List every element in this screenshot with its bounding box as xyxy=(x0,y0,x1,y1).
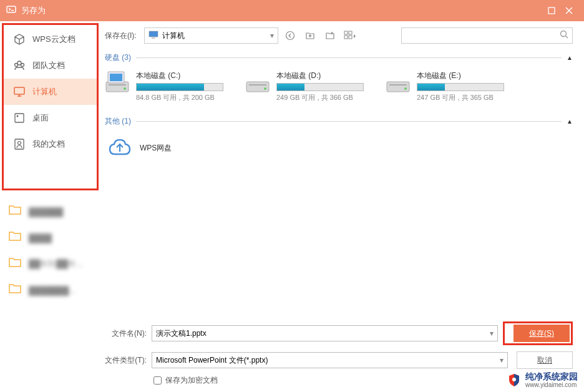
drive-icon xyxy=(105,71,130,94)
bottom-form: 文件名(N): ▾ 保存(S) 文件类型(T): Microsoft Power… xyxy=(105,321,573,392)
svg-rect-19 xyxy=(109,84,126,86)
save-button[interactable]: 保存(S) xyxy=(513,325,570,342)
folder-label: ██年到██年... xyxy=(29,258,83,270)
svg-rect-24 xyxy=(249,84,266,86)
window-title: 另存为 xyxy=(21,5,543,16)
folder-item[interactable]: ██年到██年... xyxy=(0,251,99,277)
others-list: WPS网盘 xyxy=(105,134,573,162)
drive-d[interactable]: 本地磁盘 (D:) 249 GB 可用 , 共 366 GB xyxy=(245,71,364,102)
cloud-icon xyxy=(107,137,132,159)
wps-cloud-item[interactable]: WPS网盘 xyxy=(105,134,174,162)
drive-name: 本地磁盘 (D:) xyxy=(276,71,364,81)
sidebar-item-desktop[interactable]: 桌面 xyxy=(4,105,97,131)
filename-field[interactable]: ▾ xyxy=(152,325,498,341)
computer-icon xyxy=(148,30,158,42)
other-label: WPS网盘 xyxy=(140,143,172,154)
drive-size: 84.8 GB 可用 , 共 200 GB xyxy=(136,93,223,102)
cube-icon xyxy=(12,32,26,46)
drive-usage-bar xyxy=(136,83,223,91)
sidebar-item-label: 我的文档 xyxy=(32,139,65,150)
folder-label: ████ xyxy=(29,233,52,243)
svg-rect-22 xyxy=(110,74,122,81)
svg-rect-27 xyxy=(389,84,407,86)
chevron-up-icon: ▲ xyxy=(567,54,573,61)
sidebar: WPS云文档 团队文档 计算机 桌面 我的文档 ██████ xyxy=(0,21,99,392)
location-select[interactable]: 计算机 ▾ xyxy=(144,27,278,44)
drive-size: 249 GB 可用 , 共 366 GB xyxy=(276,93,364,102)
folder-icon xyxy=(9,283,22,297)
drive-name: 本地磁盘 (C:) xyxy=(136,71,223,81)
section-label: 硬盘 (3) xyxy=(105,52,131,63)
chevron-down-icon[interactable]: ▾ xyxy=(490,329,494,338)
svg-point-4 xyxy=(21,64,24,67)
recent-folders: ██████ ████ ██年到██年... ███████... xyxy=(0,198,99,303)
svg-point-28 xyxy=(404,87,407,90)
drive-usage-bar xyxy=(417,83,504,91)
filetype-value: Microsoft PowerPoint 文件(*.pptx) xyxy=(156,355,500,366)
search-icon xyxy=(560,30,568,41)
folder-item[interactable]: ██████ xyxy=(0,198,99,225)
team-icon xyxy=(12,59,26,72)
drive-size: 247 GB 可用 , 共 365 GB xyxy=(417,93,504,102)
svg-rect-23 xyxy=(246,82,269,92)
filename-label: 文件名(N): xyxy=(105,328,152,339)
svg-point-17 xyxy=(561,31,567,37)
sidebar-item-computer[interactable]: 计算机 xyxy=(4,79,97,105)
drive-e[interactable]: 本地磁盘 (E:) 247 GB 可用 , 共 365 GB xyxy=(386,71,504,102)
svg-rect-14 xyxy=(349,31,352,34)
svg-point-3 xyxy=(15,64,18,67)
titlebar: 另存为 xyxy=(0,0,584,21)
svg-rect-1 xyxy=(548,7,555,14)
svg-rect-16 xyxy=(349,36,352,39)
drive-c[interactable]: 本地磁盘 (C:) 84.8 GB 可用 , 共 200 GB xyxy=(105,71,223,102)
search-input[interactable] xyxy=(406,31,560,40)
cancel-button[interactable]: 取消 xyxy=(517,351,573,369)
drives-section-header[interactable]: 硬盘 (3) ▲ xyxy=(105,50,573,66)
svg-point-9 xyxy=(18,142,21,145)
location-label: 保存在(I): xyxy=(105,31,137,41)
chevron-up-icon: ▲ xyxy=(567,118,573,125)
sidebar-item-mydocs[interactable]: 我的文档 xyxy=(4,131,97,157)
drives-list: 本地磁盘 (C:) 84.8 GB 可用 , 共 200 GB 本地磁盘 (D:… xyxy=(105,71,573,102)
drive-name: 本地磁盘 (E:) xyxy=(417,71,504,81)
sidebar-item-wps-cloud[interactable]: WPS云文档 xyxy=(4,26,97,52)
svg-rect-5 xyxy=(14,87,24,94)
monitor-icon xyxy=(12,85,26,99)
folder-label: ███████... xyxy=(29,286,75,295)
location-value: 计算机 xyxy=(162,31,270,41)
others-section-header[interactable]: 其他 (1) ▲ xyxy=(105,114,573,129)
svg-rect-13 xyxy=(344,31,348,34)
sidebar-item-label: 计算机 xyxy=(32,86,57,97)
search-box[interactable] xyxy=(401,27,573,44)
watermark-shield-icon xyxy=(507,373,522,388)
svg-point-20 xyxy=(124,87,126,90)
svg-rect-15 xyxy=(344,36,348,39)
view-mode-button[interactable] xyxy=(342,27,358,44)
svg-point-7 xyxy=(17,115,19,117)
sidebar-item-team[interactable]: 团队文档 xyxy=(4,52,97,79)
new-folder-button[interactable] xyxy=(322,27,338,44)
folder-item[interactable]: ████ xyxy=(0,225,99,251)
sidebar-item-label: 团队文档 xyxy=(32,60,65,71)
filetype-field[interactable]: Microsoft PowerPoint 文件(*.pptx) ▾ xyxy=(152,352,508,368)
folder-label: ██████ xyxy=(29,207,63,217)
filename-input[interactable] xyxy=(156,329,490,338)
svg-point-29 xyxy=(512,378,516,381)
folder-icon xyxy=(9,205,22,218)
content-area: 保存在(I): 计算机 ▾ 硬盘 (3) ▲ 本地 xyxy=(99,21,584,392)
up-folder-button[interactable] xyxy=(302,27,318,44)
encrypt-label: 保存为加密文档 xyxy=(165,375,218,386)
folder-icon xyxy=(9,257,22,271)
filetype-label: 文件类型(T): xyxy=(105,355,152,366)
maximize-button[interactable] xyxy=(543,2,560,19)
drive-icon xyxy=(386,71,411,94)
folder-item[interactable]: ███████... xyxy=(0,277,99,303)
toolbar: 保存在(I): 计算机 ▾ xyxy=(105,27,573,44)
chevron-down-icon[interactable]: ▾ xyxy=(500,356,504,365)
back-button[interactable] xyxy=(282,27,298,44)
sidebar-item-label: WPS云文档 xyxy=(32,34,75,45)
drive-icon xyxy=(245,71,270,94)
encrypt-checkbox[interactable] xyxy=(153,376,162,385)
folder-icon xyxy=(9,231,22,245)
close-button[interactable] xyxy=(560,2,578,19)
